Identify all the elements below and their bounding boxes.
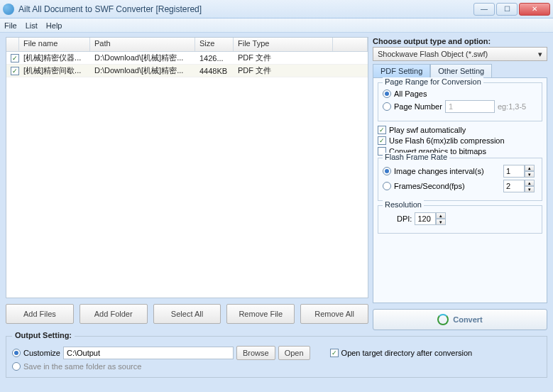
cell-size: 1426... [195,54,234,62]
page-number-label: Page Number [394,102,442,111]
choose-output-label: Choose output type and option: [373,37,547,45]
zlib-label: Use Flash 6(mx)zlib compression [389,136,505,145]
col-size[interactable]: Size [195,38,234,51]
cell-type: PDF 文件 [234,53,333,63]
col-path[interactable]: Path [90,38,195,51]
cell-path: D:\Download\[机械]精密... [90,65,195,76]
cell-size: 4448KB [195,67,234,75]
frame-rate-label: Flash Frame Rate [383,153,449,161]
remove-all-button[interactable]: Remove All [300,304,368,324]
chevron-down-icon: ▾ [538,50,542,59]
add-files-button[interactable]: Add Files [6,304,74,324]
cell-type: PDF 文件 [234,65,333,76]
page-number-hint: eg:1,3-5 [498,102,526,111]
spin-down-icon[interactable]: ▾ [525,186,535,192]
same-folder-label: Save in the same folder as source [23,362,141,371]
menu-help[interactable]: Help [46,21,62,30]
interval-label: Image changes interval(s) [394,167,500,175]
fps-radio[interactable] [383,182,391,190]
dpi-input[interactable] [415,212,436,225]
page-number-radio[interactable] [383,102,391,111]
browse-button[interactable]: Browse [236,346,275,360]
refresh-icon [437,314,449,325]
title-bar: Ailt All Document to SWF Converter [Regi… [0,0,553,18]
cell-filename: [机械]精密间歇... [19,65,90,76]
interval-radio[interactable] [383,167,391,175]
all-pages-label: All Pages [394,89,427,98]
output-type-value: Shockwave Flash Object (*.swf) [378,50,488,58]
cell-filename: [机械]精密仪器... [19,53,90,63]
open-button[interactable]: Open [278,346,310,360]
menu-file[interactable]: File [4,21,17,30]
page-range-label: Page Range for Conversion [383,77,483,86]
tab-other-setting[interactable]: Other Setting [430,64,492,77]
window-title: Ailt All Document to SWF Converter [Regi… [18,4,472,14]
settings-panel: Page Range for Conversion All Pages Page… [373,77,547,303]
fps-label: Frames/Second(fps) [394,182,500,190]
output-path-input[interactable] [63,347,234,359]
close-button[interactable]: ✕ [519,3,550,16]
remove-file-button[interactable]: Remove File [226,304,295,324]
open-target-label: Open target directory after conversion [341,349,473,357]
play-auto-checkbox[interactable] [378,126,386,134]
row-checkbox[interactable]: ✓ [11,67,19,75]
spin-down-icon[interactable]: ▾ [436,219,446,225]
maximize-button[interactable]: ☐ [496,3,518,16]
col-extra [333,38,368,51]
col-filetype[interactable]: File Type [234,38,333,51]
select-all-button[interactable]: Select All [153,304,221,324]
page-number-input[interactable] [445,100,495,113]
same-folder-radio[interactable] [12,362,21,371]
row-checkbox[interactable]: ✓ [11,54,19,62]
table-row[interactable]: ✓ [机械]精密仪器... D:\Download\[机械]精密... 1426… [6,52,368,65]
spin-up-icon[interactable]: ▴ [525,165,535,171]
output-type-combo[interactable]: Shockwave Flash Object (*.swf) ▾ [373,47,547,61]
tab-pdf-setting[interactable]: PDF Setting [373,64,430,77]
all-pages-radio[interactable] [383,89,391,98]
spin-down-icon[interactable]: ▾ [525,171,535,178]
customize-radio[interactable] [12,349,21,357]
spin-up-icon[interactable]: ▴ [525,180,535,186]
dpi-label: DPI: [397,214,412,223]
app-icon [3,4,14,15]
minimize-button[interactable]: — [473,3,495,16]
cell-path: D:\Download\[机械]精密... [90,53,195,63]
resolution-label: Resolution [383,200,424,209]
output-setting-label: Output Setting: [12,331,75,339]
file-table: File name Path Size File Type ✓ [机械]精密仪器… [6,37,368,298]
open-target-checkbox[interactable] [330,349,339,357]
spin-up-icon[interactable]: ▴ [436,212,446,219]
col-filename[interactable]: File name [19,38,90,51]
fps-input[interactable] [503,180,525,192]
interval-input[interactable] [503,165,525,178]
convert-button[interactable]: Convert [373,309,547,330]
play-auto-label: Play swf automatically [389,126,466,134]
col-check [6,38,19,51]
zlib-checkbox[interactable] [378,136,386,145]
convert-label: Convert [453,315,483,324]
menu-list[interactable]: List [26,21,38,30]
customize-label: Customize [23,349,60,357]
table-row[interactable]: ✓ [机械]精密间歇... D:\Download\[机械]精密... 4448… [6,65,368,77]
add-folder-button[interactable]: Add Folder [80,304,148,324]
menu-bar: File List Help [0,18,553,33]
output-setting-group: Output Setting: Customize Browse Open Op… [6,336,547,378]
